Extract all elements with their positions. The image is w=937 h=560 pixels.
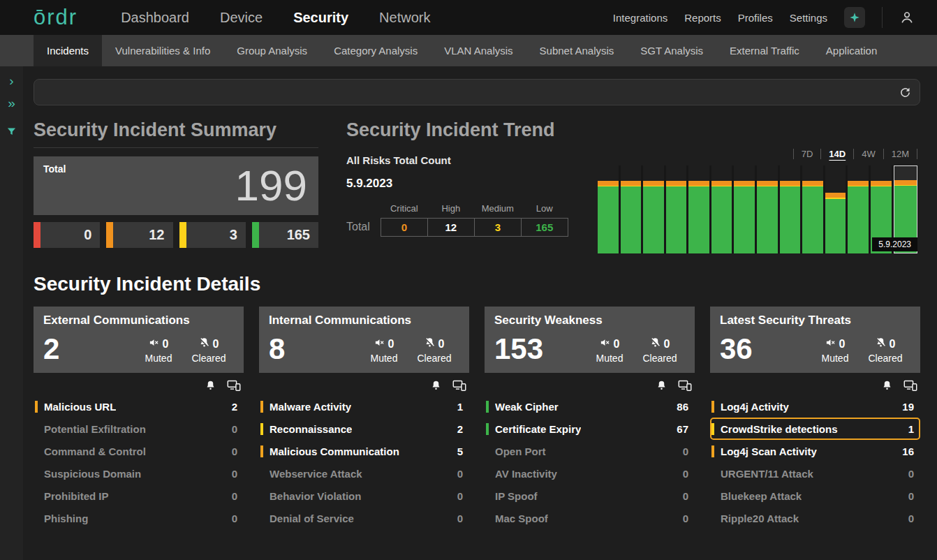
bell-icon[interactable] [205,380,216,391]
nav-profiles[interactable]: Profiles [738,12,773,24]
incident-row[interactable]: Potential Exfiltration0 [34,418,244,440]
devices-icon[interactable] [678,380,692,391]
trend-bar[interactable] [643,165,666,253]
incident-row[interactable]: URGENT/11 Attack0 [710,462,920,485]
range-4w[interactable]: 4W [854,149,884,159]
incident-row[interactable]: Bluekeep Attack0 [710,485,920,507]
bell-icon[interactable] [882,380,892,391]
left-rail: › » [0,66,23,560]
severity-bar [486,423,489,435]
refresh-icon[interactable] [899,87,911,98]
cleared-group[interactable]: 0 Cleared [860,337,910,364]
cleared-group[interactable]: 0 Cleared [184,337,234,364]
cleared-group[interactable]: 0 Cleared [409,337,459,364]
muted-group[interactable]: 0 Muted [584,337,635,364]
search-input[interactable] [43,87,899,98]
incident-row[interactable]: Reconnaissance2 [259,418,469,440]
incident-row[interactable]: Suspicious Domain0 [34,462,244,485]
cleared-group[interactable]: 0 Cleared [635,337,685,364]
incident-row[interactable]: Denial of Service0 [259,507,469,529]
ordr-logo[interactable]: ōrdr [34,5,78,30]
incident-row[interactable]: Certificate Expiry67 [485,418,695,440]
incident-card-count: 2 [43,334,59,364]
incident-row[interactable]: Behavior Violation0 [259,485,469,507]
muted-group[interactable]: 0 Muted [133,337,184,364]
tab-vlan-analysis[interactable]: VLAN Analysis [431,35,526,66]
incident-row[interactable]: Command & Control0 [34,440,244,462]
trend-bar[interactable] [780,165,803,253]
trend-bar[interactable] [848,165,871,253]
range-7d[interactable]: 7D [793,149,822,159]
incident-count: 0 [683,490,693,502]
incident-row[interactable]: Webservice Attack0 [259,462,469,485]
incident-row[interactable]: Phishing0 [34,507,244,529]
incident-row[interactable]: Open Port0 [485,440,695,462]
incident-row[interactable]: CrowdStrike detections1 [710,418,920,440]
incident-row[interactable]: Mac Spoof0 [485,507,695,529]
devices-icon[interactable] [452,380,466,391]
incident-row[interactable]: IP Spoof0 [485,485,695,507]
incident-row[interactable]: Weak Cipher86 [485,395,695,418]
incident-row[interactable]: Malware Activity1 [259,395,469,418]
main-nav: DashboardDeviceSecurityNetwork [121,10,430,26]
incident-row[interactable]: Malicious URL2 [34,395,244,418]
trend-bar[interactable] [666,165,689,253]
incident-label: Reconnaissance [270,423,352,435]
nav-reports[interactable]: Reports [684,12,721,24]
nav-integrations[interactable]: Integrations [613,12,667,24]
bell-icon[interactable] [656,380,667,391]
cleared-label: Cleared [635,353,685,364]
nav-settings[interactable]: Settings [790,12,827,24]
incident-row[interactable]: Malicious Communication5 [259,440,469,462]
muted-count: 0 [388,338,394,351]
trend-bar[interactable] [598,165,621,253]
incident-card-count: 36 [720,334,753,364]
tab-group-analysis[interactable]: Group Analysis [223,35,320,66]
tab-subnet-analysis[interactable]: Subnet Analysis [526,35,628,66]
bell-cleared-icon [876,337,886,351]
tab-category-analysis[interactable]: Category Analysis [320,35,431,66]
summary-stat-critical: 0 [34,222,100,248]
incident-card-count: 153 [494,334,543,364]
severity-value: 0 [381,218,428,237]
muted-group[interactable]: 0 Muted [359,337,409,364]
incident-label: IP Spoof [495,490,538,502]
tab-sgt-analysis[interactable]: SGT Analysis [627,35,716,66]
tab-application[interactable]: Application [813,35,890,66]
trend-bar[interactable] [688,165,711,253]
nav-network[interactable]: Network [379,10,430,26]
nav-device[interactable]: Device [220,10,263,26]
tab-incidents[interactable]: Incidents [34,35,102,66]
devices-icon[interactable] [903,380,917,391]
incident-row[interactable]: Prohibited IP0 [34,485,244,507]
filter-icon[interactable] [6,126,17,140]
tab-external-traffic[interactable]: External Traffic [716,35,813,66]
bell-icon[interactable] [431,380,441,391]
incident-row[interactable]: Ripple20 Attack0 [710,507,920,529]
nav-security[interactable]: Security [293,10,348,26]
range-14d[interactable]: 14D [821,149,854,159]
app-root: ōrdr DashboardDeviceSecurityNetwork Inte… [0,0,937,560]
severity-bar [486,490,489,502]
incident-count: 2 [457,423,468,435]
muted-group[interactable]: 0 Muted [810,337,860,364]
devices-icon[interactable] [227,380,241,391]
range-12m[interactable]: 12M [884,149,917,159]
apps-icon[interactable] [844,7,865,28]
trend-bar[interactable] [757,165,780,253]
trend-bar[interactable] [825,165,848,253]
expand-all-icon[interactable]: » [8,96,15,111]
nav-dashboard[interactable]: Dashboard [121,10,189,26]
trend-bar[interactable] [802,165,825,253]
trend-bar[interactable] [621,165,644,253]
tab-vulnerabilities-info[interactable]: Vulnerabilities & Info [102,35,223,66]
trend-bar[interactable] [734,165,757,253]
incident-row[interactable]: Log4j Scan Activity16 [710,440,920,462]
incident-label: Weak Cipher [495,401,559,413]
expand-panel-icon[interactable]: › [9,73,13,89]
incident-row[interactable]: AV Inactivity0 [485,462,695,485]
user-icon[interactable] [899,10,923,25]
incident-row[interactable]: Log4j Activity19 [710,395,920,418]
trend-bar[interactable] [711,165,735,253]
search-bar[interactable] [34,79,920,105]
